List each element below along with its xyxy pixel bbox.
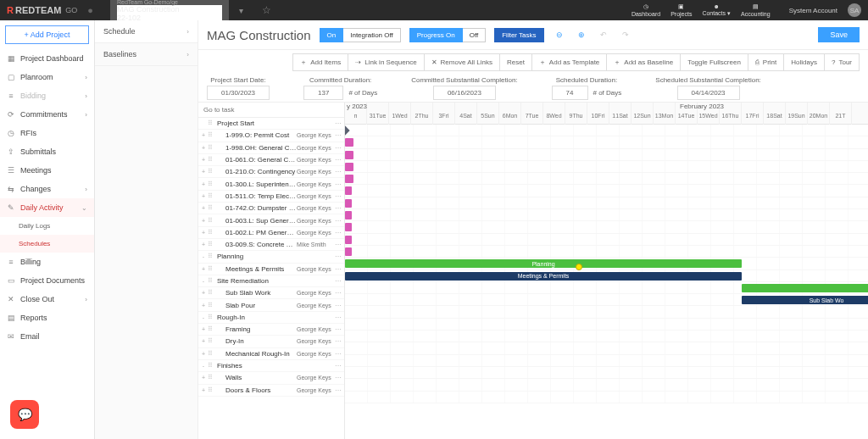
gantt-row[interactable] (345, 342, 868, 354)
gantt-bar[interactable] (345, 211, 352, 220)
drag-icon[interactable]: ⠿ (207, 277, 214, 285)
drag-icon[interactable]: ⠿ (207, 168, 214, 175)
gantt-row[interactable] (345, 355, 868, 367)
nav-item-email[interactable]: ✉Email (0, 327, 94, 346)
zoom-in-icon[interactable]: ⊕ (575, 28, 588, 42)
more-icon[interactable]: ⋯ (334, 374, 342, 381)
gantt-bar[interactable] (345, 138, 353, 147)
gantt-row[interactable] (345, 306, 868, 318)
topnav-contacts[interactable]: ☻Contacts ▾ (702, 3, 731, 17)
gantt-bar[interactable] (345, 236, 352, 244)
task-row[interactable]: -⠿Rough-In⋯ (198, 312, 344, 324)
topnav-accounting[interactable]: ▤Accounting (741, 3, 771, 17)
more-icon[interactable]: ⋯ (334, 253, 342, 260)
gantt-row[interactable] (345, 161, 868, 173)
expand-icon[interactable]: + (200, 205, 207, 211)
drag-icon[interactable]: ⠿ (207, 386, 214, 394)
more-icon[interactable]: ⋯ (334, 350, 342, 358)
gantt-bar[interactable] (345, 199, 352, 208)
expand-icon[interactable]: + (200, 218, 207, 224)
task-row[interactable]: +⠿01-061.O: General CostsGeorge Keys⋯ (198, 154, 344, 166)
gantt-row[interactable] (345, 136, 868, 148)
expand-icon[interactable]: + (200, 193, 207, 199)
gantt-row[interactable] (345, 125, 868, 136)
nav-item-project-documents[interactable]: ▭Project Documents (0, 271, 94, 290)
more-icon[interactable]: ⋯ (334, 302, 342, 309)
more-icon[interactable]: ⋯ (334, 156, 342, 164)
nav-item-daily-logs[interactable]: Daily Logs (0, 217, 94, 235)
nav-item-changes[interactable]: ⇆Changes› (0, 180, 94, 198)
gantt-row[interactable] (345, 209, 868, 221)
scheduled-days-value[interactable]: 74 (552, 86, 588, 100)
gantt-bar[interactable] (345, 247, 352, 256)
progress-on-button[interactable]: Progress On (409, 28, 463, 42)
more-icon[interactable]: ⋯ (334, 325, 342, 333)
gantt-bar[interactable]: Sub Slab Wo (742, 296, 868, 304)
nav-item-planroom[interactable]: ▢Planroom› (0, 68, 94, 86)
undo-icon[interactable]: ↶ (597, 28, 610, 42)
expand-icon[interactable]: - (200, 278, 207, 284)
progress-off-button[interactable]: Off (463, 28, 487, 42)
print-button[interactable]: ⎙Print (748, 53, 784, 71)
nav-item-bidding[interactable]: ≡Bidding› (0, 86, 94, 105)
dropdown-icon[interactable]: ▾ (239, 6, 243, 15)
task-row[interactable]: +⠿1-999.O: Permit CostGeorge Keys⋯ (198, 130, 344, 142)
more-icon[interactable]: ⋯ (334, 314, 342, 321)
task-row[interactable]: +⠿01-742.O: Dumpster RentalGeorge Keys⋯ (198, 203, 344, 214)
nav-item-rfis[interactable]: ◷RFIs (0, 124, 94, 142)
expand-icon[interactable]: + (200, 157, 207, 163)
more-icon[interactable]: ⋯ (334, 217, 342, 225)
expand-icon[interactable]: + (200, 242, 207, 247)
gantt-bar[interactable]: Meetings & Permits (345, 272, 742, 281)
nav-item-reports[interactable]: ▤Reports (0, 308, 94, 327)
link-sequence-button[interactable]: ⇢Link in Sequence (348, 53, 424, 71)
star-icon[interactable]: ☆ (262, 4, 271, 16)
panel-baselines[interactable]: Baselines › (95, 43, 198, 66)
more-icon[interactable]: ⋯ (334, 204, 342, 212)
account-name[interactable]: System Account (789, 7, 837, 14)
drag-icon[interactable]: ⠿ (207, 229, 214, 236)
more-icon[interactable]: ⋯ (334, 241, 342, 248)
expand-icon[interactable]: + (200, 230, 207, 236)
gantt-row[interactable] (345, 319, 868, 331)
nav-item-daily-activity[interactable]: ✎Daily Activity⌄ (0, 198, 94, 217)
drag-icon[interactable]: ⠿ (207, 289, 214, 297)
drag-icon[interactable]: ⠿ (207, 337, 214, 345)
goto-task-input[interactable] (198, 103, 344, 117)
gantt-bar[interactable] (345, 151, 353, 159)
task-row[interactable]: +⠿WallsGeorge Keys⋯ (198, 372, 344, 384)
more-icon[interactable]: ⋯ (334, 168, 342, 175)
gantt-row[interactable] (345, 331, 868, 342)
drag-icon[interactable]: ⠿ (207, 181, 214, 188)
expand-icon[interactable]: + (200, 351, 207, 357)
drag-icon[interactable]: ⠿ (207, 314, 214, 321)
gantt-row[interactable] (345, 197, 868, 209)
drag-icon[interactable]: ⠿ (207, 325, 214, 333)
more-icon[interactable]: ⋯ (334, 229, 342, 236)
gantt-row[interactable] (345, 185, 868, 197)
panel-schedule[interactable]: Schedule › (95, 20, 198, 43)
start-date-value[interactable]: 01/30/2023 (207, 86, 270, 100)
holidays-button[interactable]: Holidays (783, 53, 825, 71)
redo-icon[interactable]: ↷ (619, 28, 632, 42)
add-template-button[interactable]: ＋Add as Template (531, 53, 607, 71)
task-row[interactable]: +⠿Dry-InGeorge Keys⋯ (198, 336, 344, 347)
task-row[interactable]: +⠿Mechanical Rough-InGeorge Keys⋯ (198, 348, 344, 360)
csc-value[interactable]: 06/16/2023 (433, 86, 496, 100)
integration-on-button[interactable]: On (320, 28, 344, 42)
drag-icon[interactable]: ⠿ (207, 156, 214, 164)
drag-icon[interactable]: ⠿ (207, 362, 214, 370)
add-items-button[interactable]: ＋Add Items (292, 53, 348, 71)
gantt-row[interactable] (345, 246, 868, 258)
nav-item-billing[interactable]: ≡Billing (0, 253, 94, 271)
gantt-bar[interactable] (345, 223, 352, 231)
task-row[interactable]: +⠿Meetings & PermitsGeorge Keys⋯ (198, 264, 344, 275)
task-row[interactable]: ⠿Project Start⋯ (198, 118, 344, 130)
gantt-row[interactable] (345, 379, 868, 391)
more-icon[interactable]: ⋯ (334, 131, 342, 139)
task-row[interactable]: +⠿01-511.O: Temp ElectricalGeorge Keys⋯ (198, 191, 344, 203)
drag-icon[interactable]: ⠿ (207, 217, 214, 225)
add-project-button[interactable]: + Add Project (5, 25, 89, 44)
hscroll[interactable] (198, 431, 344, 439)
task-row[interactable]: +⠿1-998.OH: General CostsGeorge Keys⋯ (198, 142, 344, 154)
